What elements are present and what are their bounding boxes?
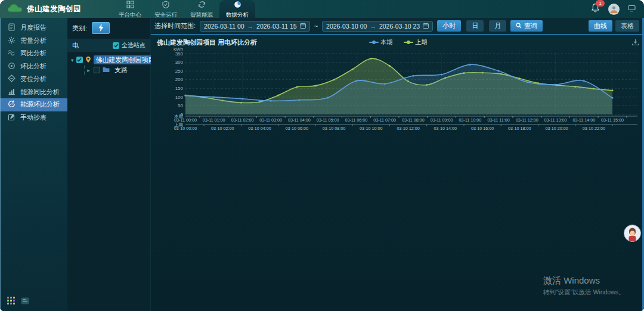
range-separator: ~ bbox=[314, 23, 318, 30]
sidebar-item-energy-mom-analysis[interactable]: 能源环比分析 bbox=[0, 98, 67, 111]
monthly-report-icon bbox=[8, 23, 16, 32]
sidebar-item-label: 同比分析 bbox=[20, 49, 47, 58]
svg-text:03-10 22:00: 03-10 22:00 bbox=[583, 126, 605, 131]
svg-text:250: 250 bbox=[175, 69, 184, 74]
current-period-range-input[interactable]: 2026-03-11 00 → 2026-03-11 15 bbox=[200, 21, 310, 32]
workspace-icon[interactable] bbox=[21, 296, 29, 307]
svg-text:03-11 01:00: 03-11 01:00 bbox=[203, 117, 225, 123]
svg-text:03-10 08:00: 03-10 08:00 bbox=[323, 126, 345, 131]
svg-text:03-11 03:00: 03-11 03:00 bbox=[259, 117, 282, 123]
top-nav: 平台中心安全运行智慧能源数据分析 bbox=[112, 0, 255, 18]
energy-mom-analysis-icon bbox=[8, 100, 16, 109]
sidebar-item-label: 环比分析 bbox=[20, 62, 47, 71]
energy-yoy-analysis-icon bbox=[8, 88, 16, 97]
sidebar-item-yoy-analysis[interactable]: 同比分析 bbox=[0, 47, 67, 60]
category-label: 类别: bbox=[72, 24, 87, 33]
svg-text:200: 200 bbox=[175, 77, 184, 82]
tree-node-branch[interactable]: ▸支路 bbox=[84, 65, 148, 75]
svg-text:kWh: kWh bbox=[174, 47, 183, 52]
tree-node-label: 佛山建发陶创园项目 bbox=[94, 55, 157, 64]
tree-node-project[interactable]: ▾佛山建发陶创园项目 bbox=[71, 55, 148, 65]
screen-share-icon[interactable] bbox=[628, 4, 636, 14]
view-button-label: 曲线 bbox=[594, 21, 607, 30]
svg-text:300: 300 bbox=[175, 60, 184, 65]
app-grid-icon[interactable] bbox=[7, 296, 15, 307]
range-start: 2026-03-11 00 bbox=[204, 23, 244, 30]
tree-checkbox[interactable] bbox=[94, 67, 100, 73]
svg-text:100: 100 bbox=[175, 95, 184, 100]
assistant-avatar-widget[interactable] bbox=[624, 225, 641, 242]
search-icon bbox=[516, 23, 522, 30]
sidebar-item-label: 需量分析 bbox=[20, 36, 47, 45]
svg-text:150: 150 bbox=[175, 86, 184, 91]
svg-text:03-11 02:00: 03-11 02:00 bbox=[231, 117, 254, 123]
data-analysis-icon bbox=[234, 0, 242, 11]
granularity-button-day[interactable]: 日 bbox=[466, 20, 484, 32]
tree-expander-icon[interactable]: ▾ bbox=[71, 57, 74, 63]
sidebar-item-label: 能源环比分析 bbox=[20, 100, 60, 109]
svg-text:03-10 02:00: 03-10 02:00 bbox=[211, 126, 234, 131]
range-arrow: → bbox=[247, 23, 254, 30]
view-button-table[interactable]: 表格 bbox=[615, 20, 639, 32]
legend-item-previous[interactable]: 上期 bbox=[404, 38, 428, 46]
demand-analysis-icon bbox=[8, 36, 16, 45]
range-arrow: → bbox=[370, 23, 376, 30]
download-icon[interactable] bbox=[631, 39, 639, 46]
view-toggle-group: 曲线表格 bbox=[589, 20, 639, 32]
granularity-button-label: 月 bbox=[494, 21, 501, 30]
granularity-button-label: 日 bbox=[472, 21, 478, 30]
sidebar-item-manual-meter-reading[interactable]: 手动抄表 bbox=[0, 111, 67, 125]
select-all-label: 全选站点 bbox=[122, 41, 145, 49]
sidebar-item-monthly-report[interactable]: 月度报告 bbox=[0, 21, 67, 35]
app-window: 佛山建发陶创园 平台中心安全运行智慧能源数据分析 1 月度报告需量分析同比分析环… bbox=[0, 0, 644, 311]
nav-tab-smart-energy[interactable]: 智慧能源 bbox=[184, 0, 219, 18]
sidebar-item-label: 能源同比分析 bbox=[20, 88, 60, 97]
displacement-analysis-icon bbox=[8, 74, 16, 83]
svg-text:03-11 14:00: 03-11 14:00 bbox=[572, 117, 595, 123]
svg-text:03-11 11:00: 03-11 11:00 bbox=[487, 117, 509, 123]
svg-text:上期: 上期 bbox=[174, 122, 183, 127]
svg-text:03-11 05:00: 03-11 05:00 bbox=[317, 117, 339, 123]
previous-period-range-input[interactable]: 2026-03-10 00 → 2026-03-10 23 bbox=[322, 21, 433, 32]
svg-text:03-11 04:00: 03-11 04:00 bbox=[288, 117, 311, 123]
svg-text:03-10 18:00: 03-10 18:00 bbox=[508, 126, 531, 131]
svg-text:03-11 12:00: 03-11 12:00 bbox=[516, 117, 538, 123]
manual-meter-reading-icon bbox=[8, 113, 16, 122]
granularity-button-hour[interactable]: 小时 bbox=[437, 20, 461, 32]
electricity-category-button[interactable] bbox=[92, 22, 110, 34]
svg-text:03-10 20:00: 03-10 20:00 bbox=[545, 126, 568, 131]
window-left-edge bbox=[0, 18, 1, 311]
notification-bell-button[interactable]: 1 bbox=[591, 3, 600, 15]
sidebar-item-demand-analysis[interactable]: 需量分析 bbox=[0, 35, 67, 48]
select-all-checkbox[interactable] bbox=[113, 42, 119, 49]
smart-energy-icon bbox=[198, 0, 206, 11]
granularity-button-label: 小时 bbox=[442, 21, 456, 30]
nav-tab-safety[interactable]: 安全运行 bbox=[148, 0, 184, 18]
nav-tab-data-analysis[interactable]: 数据分析 bbox=[219, 0, 255, 18]
tree-node-label: 支路 bbox=[112, 66, 130, 74]
user-avatar[interactable] bbox=[608, 4, 620, 15]
sidebar-item-mom-analysis[interactable]: 环比分析 bbox=[0, 60, 67, 73]
select-all-stations[interactable]: 全选站点 bbox=[113, 41, 145, 49]
svg-text:03-10 04:00: 03-10 04:00 bbox=[248, 126, 271, 131]
lightning-bolt-icon bbox=[98, 24, 104, 33]
legend-item-current[interactable]: 本期 bbox=[369, 38, 393, 46]
svg-text:本期: 本期 bbox=[174, 114, 183, 119]
query-button[interactable]: 查询 bbox=[510, 20, 543, 32]
view-button-curve[interactable]: 曲线 bbox=[589, 20, 612, 32]
station-tree: ▾佛山建发陶创园项目▸支路 bbox=[67, 52, 150, 75]
nav-tab-platform[interactable]: 平台中心 bbox=[112, 0, 148, 18]
energy-type-header: 电 bbox=[72, 41, 79, 50]
svg-text:03-11 10:00: 03-11 10:00 bbox=[459, 117, 481, 123]
sidebar-item-energy-yoy-analysis[interactable]: 能源同比分析 bbox=[0, 86, 67, 99]
sidebar-item-displacement-analysis[interactable]: 变位分析 bbox=[0, 73, 67, 86]
query-button-label: 查询 bbox=[524, 21, 537, 30]
tree-checkbox[interactable] bbox=[76, 57, 83, 63]
chart-title: 佛山建发陶创园项目 用电环比分析 bbox=[157, 38, 257, 47]
topbar-right: 1 bbox=[591, 0, 644, 18]
app-title: 佛山建发陶创园 bbox=[27, 4, 81, 14]
sidebar-menu: 月度报告需量分析同比分析环比分析变位分析能源同比分析能源环比分析手动抄表 bbox=[0, 18, 67, 124]
svg-text:50: 50 bbox=[178, 103, 183, 108]
granularity-button-month[interactable]: 月 bbox=[489, 20, 506, 32]
tree-expander-icon[interactable]: ▸ bbox=[86, 67, 91, 73]
